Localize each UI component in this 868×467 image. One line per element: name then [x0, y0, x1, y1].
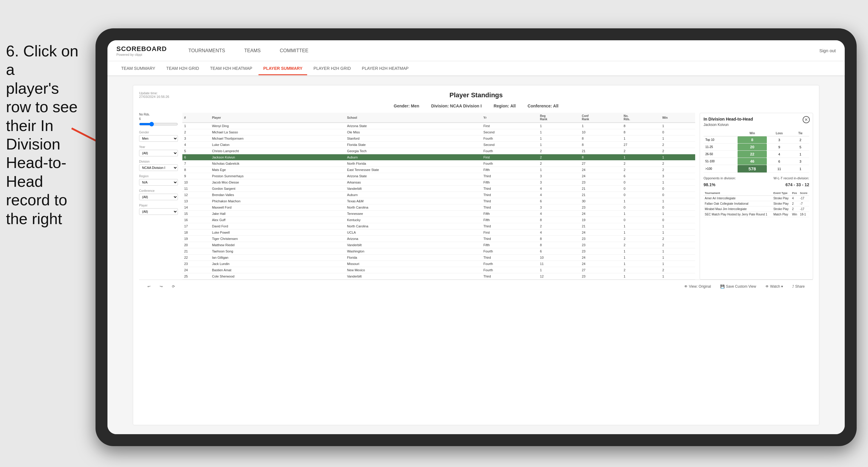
cell-num: 24 — [182, 267, 210, 273]
tourn-type: Stroke Play — [772, 196, 791, 201]
cell-school: Arizona — [345, 236, 482, 242]
table-row[interactable]: 15 Jake Hall Tennessee Fifth 4 24 1 1 — [182, 211, 695, 217]
cell-reg: 1 — [538, 142, 580, 148]
cell-conf: 1 — [580, 123, 622, 129]
cell-yr: Fourth — [482, 248, 538, 254]
tab-team-summary[interactable]: TEAM SUMMARY — [116, 62, 160, 75]
division-filter-display: Division: NCAA Division I — [431, 103, 482, 108]
cell-conf: 19 — [580, 217, 622, 223]
table-row[interactable]: 21 Taehoon Song Washington Fourth 6 23 1… — [182, 248, 695, 254]
cell-win: 1 — [660, 223, 695, 229]
cell-conf: 27 — [580, 267, 622, 273]
table-row[interactable]: 19 Tiger Christensen Arizona Third 8 23 … — [182, 236, 695, 242]
table-row[interactable]: 14 Maxwell Ford North Carolina Third 3 2… — [182, 205, 695, 211]
table-row[interactable]: 8 Mats Ege East Tennessee State Fifth 1 … — [182, 167, 695, 173]
tab-player-h2h-grid[interactable]: PLAYER H2H GRID — [309, 62, 355, 75]
tab-player-summary[interactable]: PLAYER SUMMARY — [258, 62, 307, 75]
watch-icon: 👁 — [765, 284, 769, 288]
cell-win: 2 — [660, 160, 695, 167]
left-sidebar: No Rds. 6 Gender Men — [139, 113, 178, 280]
cell-school: Arkansas — [345, 179, 482, 186]
no-rds-filter: No Rds. 6 — [139, 113, 178, 127]
cell-reg: 1 — [538, 267, 580, 273]
cell-player: Alex Guff — [210, 217, 345, 223]
year-select[interactable]: (All) — [139, 150, 178, 156]
table-row[interactable]: 22 Ian Gilligan Florida Third 10 24 1 1 — [182, 254, 695, 261]
nav-tournaments[interactable]: TOURNAMENTS — [185, 46, 229, 56]
table-row[interactable]: 11 Gordon Sargent Vanderbilt Third 4 21 … — [182, 186, 695, 192]
nav-committee[interactable]: COMMITTEE — [276, 46, 312, 56]
cell-num: 6 — [182, 154, 210, 160]
view-original-label: View: Original — [689, 284, 711, 288]
tab-team-h2h-heatmap[interactable]: TEAM H2H HEATMAP — [205, 62, 257, 75]
cell-yr: Fifth — [482, 217, 538, 223]
h2h-win: 20 — [738, 144, 767, 151]
table-row[interactable]: 3 Michael Thorbjornsen Stanford Fourth 1… — [182, 135, 695, 142]
table-row[interactable]: 25 Cole Sherwood Vanderbilt Third 12 23 … — [182, 273, 695, 280]
table-row[interactable]: 23 Jack Lundin Missouri Fourth 11 24 1 1 — [182, 261, 695, 267]
tab-team-h2h-grid[interactable]: TEAM H2H GRID — [161, 62, 204, 75]
power-bi-container: Update time: 27/03/2024 16:56:26 Player … — [133, 85, 819, 425]
cell-conf: 23 — [580, 273, 622, 280]
cell-num: 12 — [182, 192, 210, 198]
player-select[interactable]: (All) — [139, 208, 178, 215]
tourn-name: Mirabel Maui Jim Intercollegiate — [704, 207, 772, 212]
no-rds-slider[interactable] — [139, 122, 178, 127]
table-row[interactable]: 12 Brendan Valles Auburn Third 4 21 0 0 — [182, 192, 695, 198]
undo-button[interactable]: ↩ — [145, 283, 153, 290]
table-row[interactable]: 20 Matthew Riedel Vanderbilt Fifth 8 23 … — [182, 242, 695, 248]
opponents-pct: 98.1% — [704, 182, 715, 187]
nav-teams[interactable]: TEAMS — [241, 46, 264, 56]
cell-win: 0 — [660, 217, 695, 223]
gender-select[interactable]: Men — [139, 135, 178, 142]
cell-num: 9 — [182, 173, 210, 179]
table-row[interactable]: 17 David Ford North Carolina Third 2 21 … — [182, 223, 695, 229]
cell-num: 21 — [182, 248, 210, 254]
table-row[interactable]: 4 Luke Claton Florida State Second 1 8 2… — [182, 142, 695, 148]
h2h-row: 11-25 20 9 5 — [704, 144, 809, 151]
cell-reg: 12 — [538, 273, 580, 280]
h2h-label: 11-25 — [704, 144, 738, 151]
cell-win: 2 — [660, 267, 695, 273]
col-win: Win — [660, 113, 695, 123]
cell-win: 2 — [660, 167, 695, 173]
table-row[interactable]: 5 Christo Lamprecht Georgia Tech Fourth … — [182, 148, 695, 154]
cell-conf: 23 — [580, 205, 622, 211]
table-row[interactable]: 16 Alex Guff Kentucky Fifth 8 19 0 0 — [182, 217, 695, 223]
table-row[interactable]: 18 Luke Powell UCLA First 4 24 1 1 — [182, 229, 695, 236]
cell-player: Gordon Sargent — [210, 186, 345, 192]
table-row[interactable]: 1 Wenyi Ding Arizona State First 1 1 8 1 — [182, 123, 695, 129]
conference-select[interactable]: (All) — [139, 194, 178, 200]
sign-out-button[interactable]: Sign out — [819, 48, 836, 53]
cell-rds: 0 — [622, 186, 660, 192]
table-row[interactable]: 7 Nicholas Gabrelcik North Florida Fourt… — [182, 160, 695, 167]
h2h-col-win: Win — [738, 130, 767, 136]
watch-button[interactable]: 👁 Watch ▾ — [763, 283, 785, 290]
tourn-score: 18-1 — [799, 212, 809, 217]
tab-player-h2h-heatmap[interactable]: PLAYER H2H HEATMAP — [357, 62, 413, 75]
table-row[interactable]: 13 Phichaksn Maichon Texas A&M Third 6 3… — [182, 198, 695, 205]
h2h-row: 51-100 46 6 3 — [704, 158, 809, 165]
division-select[interactable]: NCAA Division I — [139, 164, 178, 171]
redo-button[interactable]: ↪ — [157, 283, 165, 290]
share-button[interactable]: ⤴ Share — [790, 283, 807, 290]
data-table-container: # Player School Yr RegRank ConfRank No.R… — [182, 113, 695, 280]
tourn-pos: Win — [791, 212, 799, 217]
tourn-type: Match Play — [772, 212, 791, 217]
table-row[interactable]: 10 Jacob Moc-Diesse Arkansas Fifth 3 23 … — [182, 179, 695, 186]
close-button[interactable]: ✕ — [803, 116, 810, 123]
region-select[interactable]: N/A — [139, 179, 178, 186]
tourn-score: -17 — [799, 196, 809, 201]
save-custom-button[interactable]: 💾 Save Custom View — [718, 283, 758, 290]
cell-yr: Fourth — [482, 135, 538, 142]
table-row[interactable]: 6 Jackson Koivun Auburn First 2 8 1 1 — [182, 154, 695, 160]
tourn-col-pos: Pos — [791, 191, 799, 196]
table-row[interactable]: 24 Bastien Amat New Mexico Fourth 1 27 2… — [182, 267, 695, 273]
table-row[interactable]: 2 Michael La Sasso Ole Miss Second 1 10 … — [182, 129, 695, 135]
table-row[interactable]: 9 Preston Summerhays Arizona State Third… — [182, 173, 695, 179]
cell-rds: 1 — [622, 211, 660, 217]
year-filter: Year (All) — [139, 145, 178, 156]
cell-num: 22 — [182, 254, 210, 261]
view-original-button[interactable]: 👁 View: Original — [682, 283, 713, 290]
reset-button[interactable]: ⟳ — [169, 283, 177, 290]
